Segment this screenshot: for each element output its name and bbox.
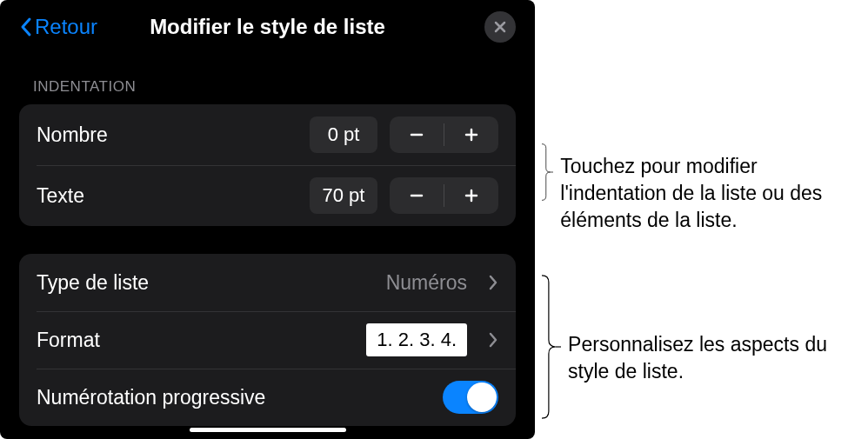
- indent-nombre-label: Nombre: [37, 123, 108, 147]
- type-de-liste-label: Type de liste: [37, 271, 149, 295]
- toggle-knob: [467, 382, 497, 412]
- format-row[interactable]: Format 1. 2. 3. 4.: [19, 311, 516, 369]
- numerotation-progressive-toggle[interactable]: [443, 381, 498, 414]
- callout-indentation-text: Touchez pour modifier l'indentation de l…: [560, 153, 868, 234]
- back-label: Retour: [35, 15, 97, 39]
- edit-list-style-panel: Retour Modifier le style de liste INDENT…: [0, 0, 535, 439]
- panel-title: Modifier le style de liste: [150, 15, 385, 39]
- bracket-icon: [542, 111, 553, 233]
- callout-indentation: Touchez pour modifier l'indentation de l…: [542, 111, 868, 234]
- indent-nombre-decrement[interactable]: [390, 116, 444, 153]
- minus-icon: [408, 187, 425, 204]
- chevron-left-icon: [19, 17, 33, 37]
- callouts-area: Touchez pour modifier l'indentation de l…: [535, 0, 868, 439]
- close-icon: [493, 20, 507, 34]
- indent-texte-stepper: [390, 177, 498, 214]
- callout-style: Personnalisez les aspects du style de li…: [542, 255, 868, 439]
- list-style-group: Type de liste Numéros Format 1. 2. 3. 4.…: [19, 254, 516, 426]
- home-indicator: [190, 428, 346, 432]
- format-label: Format: [37, 329, 100, 352]
- numerotation-progressive-row: Numérotation progressive: [19, 369, 516, 426]
- format-preview: 1. 2. 3. 4.: [366, 323, 467, 356]
- back-button[interactable]: Retour: [19, 15, 97, 39]
- panel-header: Retour Modifier le style de liste: [0, 0, 535, 54]
- chevron-right-icon: [488, 331, 498, 349]
- indent-texte-decrement[interactable]: [390, 177, 444, 214]
- minus-icon: [408, 126, 425, 143]
- chevron-right-icon: [488, 274, 498, 291]
- indent-texte-value[interactable]: 70 pt: [310, 177, 377, 214]
- plus-icon: [463, 126, 480, 143]
- indent-nombre-row: Nombre 0 pt: [19, 104, 516, 165]
- indentation-group: Nombre 0 pt Texte: [19, 104, 516, 226]
- indent-nombre-increment[interactable]: [444, 116, 498, 153]
- close-button[interactable]: [484, 11, 516, 43]
- type-de-liste-value: Numéros: [386, 271, 467, 295]
- bracket-icon: [542, 255, 561, 439]
- callout-style-text: Personnalisez les aspects du style de li…: [568, 331, 868, 385]
- type-de-liste-row[interactable]: Type de liste Numéros: [19, 254, 516, 311]
- indentation-section-header: INDENTATION: [0, 54, 535, 104]
- indent-nombre-value[interactable]: 0 pt: [310, 116, 377, 153]
- indent-nombre-stepper: [390, 116, 498, 153]
- plus-icon: [463, 187, 480, 204]
- numerotation-progressive-label: Numérotation progressive: [37, 386, 265, 409]
- indent-texte-row: Texte 70 pt: [19, 165, 516, 226]
- indent-texte-label: Texte: [37, 184, 84, 208]
- indent-texte-increment[interactable]: [444, 177, 498, 214]
